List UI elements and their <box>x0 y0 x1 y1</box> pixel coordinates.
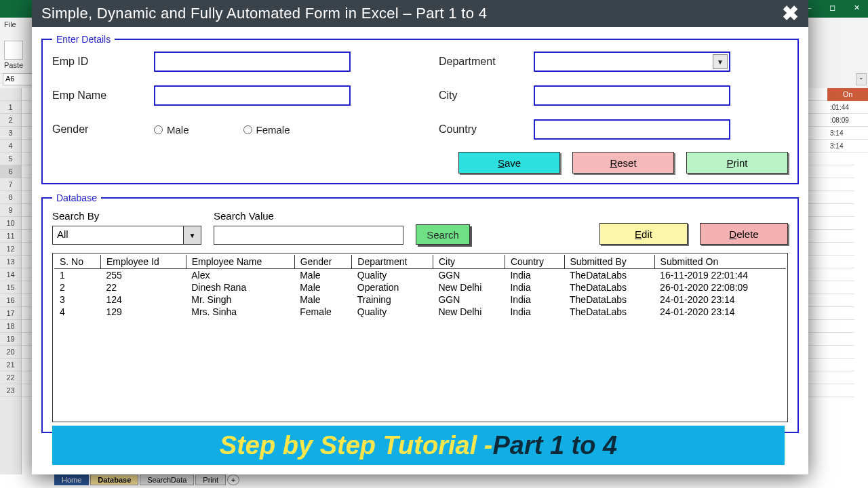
city-input[interactable] <box>534 85 730 106</box>
col-department: Department <box>352 255 433 269</box>
enter-details-group: Enter Details Emp ID Department ▼ Emp Na… <box>41 34 799 184</box>
print-button[interactable]: Print <box>686 152 788 174</box>
sheet-tab-home[interactable]: Home <box>54 474 89 485</box>
col-country: Country <box>505 255 564 269</box>
row-headers[interactable]: 1234567891011121314151617181920212223 <box>0 88 22 474</box>
department-combobox[interactable]: ▼ <box>534 52 730 72</box>
tutorial-banner: Step by Step Tutorial - Part 1 to 4 <box>52 426 785 465</box>
col-empname: Employee Name <box>186 255 294 269</box>
database-group: Database Search By All ▼ Search Value Se… <box>41 192 799 433</box>
edit-button[interactable]: Edit <box>599 223 688 245</box>
formula-bar-expand-icon[interactable]: ⌄ <box>856 73 867 85</box>
emp-name-label: Emp Name <box>52 89 154 102</box>
add-sheet-icon[interactable]: + <box>227 474 239 485</box>
table-row[interactable]: 1255AlexMaleQualityGGNIndiaTheDataLabs16… <box>54 269 786 282</box>
chevron-down-icon: ▼ <box>713 54 728 69</box>
radio-icon <box>243 125 252 134</box>
userform-dialog: Simple, Dynamic and Fully Automated Form… <box>32 0 808 474</box>
male-radio[interactable]: Male <box>154 124 189 136</box>
close-icon[interactable]: ✖ <box>782 3 799 24</box>
city-label: City <box>439 89 534 102</box>
close-window-icon[interactable]: ✕ <box>849 3 864 14</box>
radio-icon <box>154 125 163 134</box>
table-header-row[interactable]: S. No Employee Id Employee Name Gender D… <box>54 255 786 269</box>
partial-column: On :01:44 :08:09 3:14 3:14 <box>827 88 868 474</box>
table-row[interactable]: 4129Mrs. SinhaFemaleQualityNew DelhiIndi… <box>54 306 786 318</box>
sheet-tab-searchdata[interactable]: SearchData <box>140 474 194 485</box>
database-legend: Database <box>52 192 101 203</box>
maximize-icon[interactable]: ◻ <box>825 3 840 14</box>
data-grid[interactable]: S. No Employee Id Employee Name Gender D… <box>52 253 788 422</box>
search-by-combobox[interactable]: All ▼ <box>52 226 201 245</box>
col-subon: Submitted On <box>654 255 786 269</box>
col-gender: Gender <box>294 255 352 269</box>
dialog-title: Simple, Dynamic and Fully Automated Form… <box>41 5 782 22</box>
gender-label: Gender <box>52 123 154 136</box>
enter-details-legend: Enter Details <box>52 34 115 45</box>
table-row[interactable]: 222Dinesh RanaMaleOperationNew DelhiIndi… <box>54 281 786 293</box>
name-box[interactable]: A6 <box>3 73 34 85</box>
emp-id-label: Emp ID <box>52 56 154 68</box>
female-radio[interactable]: Female <box>243 124 290 136</box>
paste-button[interactable]: Paste <box>4 41 23 69</box>
country-input[interactable] <box>534 119 730 140</box>
file-menu[interactable]: File <box>4 20 16 28</box>
col-sno: S. No <box>54 255 100 269</box>
delete-button[interactable]: Delete <box>700 223 788 245</box>
reset-button[interactable]: Reset <box>572 152 674 174</box>
col-city: City <box>433 255 505 269</box>
dialog-titlebar[interactable]: Simple, Dynamic and Fully Automated Form… <box>32 0 808 27</box>
col-empid: Employee Id <box>100 255 186 269</box>
department-label: Department <box>439 56 534 68</box>
country-label: Country <box>439 123 534 136</box>
search-value-input[interactable] <box>214 226 403 245</box>
table-row[interactable]: 3124Mr. SinghMaleTrainingGGNIndiaTheData… <box>54 293 786 306</box>
sheet-tab-print[interactable]: Print <box>195 474 226 485</box>
sheet-tabs: Home Database SearchData Print + <box>54 473 239 487</box>
search-value-label: Search Value <box>214 210 403 222</box>
col-subby: Submitted By <box>564 255 654 269</box>
emp-id-input[interactable] <box>154 52 351 72</box>
clipboard-icon <box>4 41 23 60</box>
chevron-down-icon: ▼ <box>183 226 201 244</box>
save-button[interactable]: Save <box>458 152 560 174</box>
emp-name-input[interactable] <box>154 85 351 106</box>
sheet-tab-database[interactable]: Database <box>90 474 138 485</box>
search-button[interactable]: Search <box>416 224 470 245</box>
search-by-label: Search By <box>52 210 201 222</box>
